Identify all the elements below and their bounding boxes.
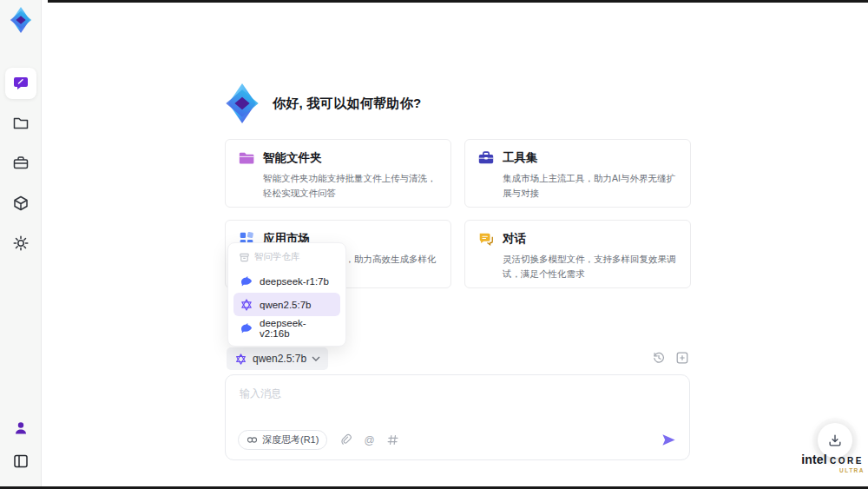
user-icon xyxy=(12,420,30,437)
menu-item-label: deepseek-r1:7b xyxy=(260,276,329,287)
menu-item-qwen[interactable]: qwen2.5:7b xyxy=(233,293,340,316)
model-menu-header: 智问学仓库 xyxy=(233,249,340,269)
model-dropdown-menu: 智问学仓库 deepseek-r1:7b qwen2.5:7b deepseek… xyxy=(227,242,346,347)
card-head: 智能文件夹 xyxy=(238,149,438,167)
card-smart-folder[interactable]: 智能文件夹 智能文件夹功能支持批量文件上传与清洗，轻松实现文件问答 xyxy=(225,139,451,208)
card-title: 对话 xyxy=(503,231,526,247)
card-desc: 灵活切换多模型文件，支持多样回复效果调试，满足个性化需求 xyxy=(503,252,678,281)
sidebar-item-chat[interactable] xyxy=(5,68,36,99)
dialog-icon xyxy=(477,230,495,248)
sidebar-item-profile[interactable] xyxy=(8,417,34,439)
ultra-badge: ULTRA xyxy=(800,467,865,473)
chevron-down-icon xyxy=(312,356,320,361)
menu-item-deepseek-r1[interactable]: deepseek-r1:7b xyxy=(233,269,340,293)
smart-folder-icon xyxy=(238,149,255,167)
at-icon[interactable]: @ xyxy=(364,434,374,446)
sidebar-item-toolbox[interactable] xyxy=(5,148,36,179)
sidebar-item-settings[interactable] xyxy=(5,228,36,259)
menu-item-label: deepseek-v2:16b xyxy=(260,318,334,339)
gear-icon xyxy=(12,235,30,252)
core-wordmark: core xyxy=(830,456,864,466)
intel-logo-text: intel core xyxy=(800,453,865,466)
toolbox-icon xyxy=(12,155,30,172)
cube-icon xyxy=(12,195,30,212)
repo-icon xyxy=(239,252,250,263)
app-logo-icon xyxy=(222,83,262,123)
chat-bubble-icon xyxy=(12,75,30,92)
deep-think-label: 深度思考(R1) xyxy=(262,433,319,446)
model-selector-value: qwen2.5:7b xyxy=(253,353,306,365)
deep-think-icon xyxy=(247,434,258,446)
qwen-icon xyxy=(234,353,247,366)
window-top-border xyxy=(48,0,868,3)
toolbox-filled-icon xyxy=(477,149,495,167)
grid-icon[interactable] xyxy=(386,433,399,446)
deep-think-toggle[interactable]: 深度思考(R1) xyxy=(238,430,327,450)
send-icon[interactable] xyxy=(661,432,677,448)
download-icon xyxy=(827,433,843,448)
greeting: 你好, 我可以如何帮助你? xyxy=(222,83,421,123)
plus-box-icon[interactable] xyxy=(675,351,689,365)
sidebar-footer xyxy=(8,417,34,472)
greeting-text: 你好, 我可以如何帮助你? xyxy=(273,96,421,112)
app-logo-icon xyxy=(8,7,34,33)
composer-icons: @ xyxy=(339,433,398,446)
menu-item-deepseek-v2[interactable]: deepseek-v2:16b xyxy=(233,316,340,340)
paperclip-icon[interactable] xyxy=(339,433,352,446)
deepseek-icon xyxy=(240,321,253,335)
intel-wordmark: intel xyxy=(801,453,827,466)
intel-core-logo: intel core ULTRA xyxy=(800,453,865,473)
card-dialog[interactable]: 对话 灵活切换多模型文件，支持多样回复效果调试，满足个性化需求 xyxy=(464,220,691,288)
folder-icon xyxy=(12,115,30,132)
sidebar xyxy=(0,0,42,486)
menu-item-label: qwen2.5:7b xyxy=(260,300,311,310)
qwen-icon xyxy=(240,298,253,312)
message-input[interactable]: 输入消息 xyxy=(226,375,689,413)
history-icon[interactable] xyxy=(652,351,666,365)
sidebar-nav xyxy=(5,68,36,268)
composer-toolbar: 深度思考(R1) @ xyxy=(238,430,677,450)
card-toolset[interactable]: 工具集 集成市场上主流工具，助力AI与外界无缝扩展与对接 xyxy=(464,139,691,208)
deepseek-icon xyxy=(240,274,253,288)
card-head: 工具集 xyxy=(477,149,678,167)
panel-icon xyxy=(12,453,30,470)
model-selector[interactable]: qwen2.5:7b xyxy=(227,347,328,370)
sidebar-item-collapse[interactable] xyxy=(8,450,34,472)
card-title: 智能文件夹 xyxy=(263,150,322,166)
card-desc: 集成市场上主流工具，助力AI与外界无缝扩展与对接 xyxy=(503,171,678,201)
card-head: 对话 xyxy=(477,230,678,248)
card-desc: 智能文件夹功能支持批量文件上传与清洗，轻松实现文件问答 xyxy=(263,171,438,201)
composer: 输入消息 深度思考(R1) @ xyxy=(225,374,690,460)
sidebar-item-models[interactable] xyxy=(5,188,36,219)
sidebar-item-folders[interactable] xyxy=(5,108,36,139)
conversation-actions xyxy=(652,351,689,365)
model-menu-header-label: 智问学仓库 xyxy=(254,251,300,263)
card-title: 工具集 xyxy=(503,150,538,166)
